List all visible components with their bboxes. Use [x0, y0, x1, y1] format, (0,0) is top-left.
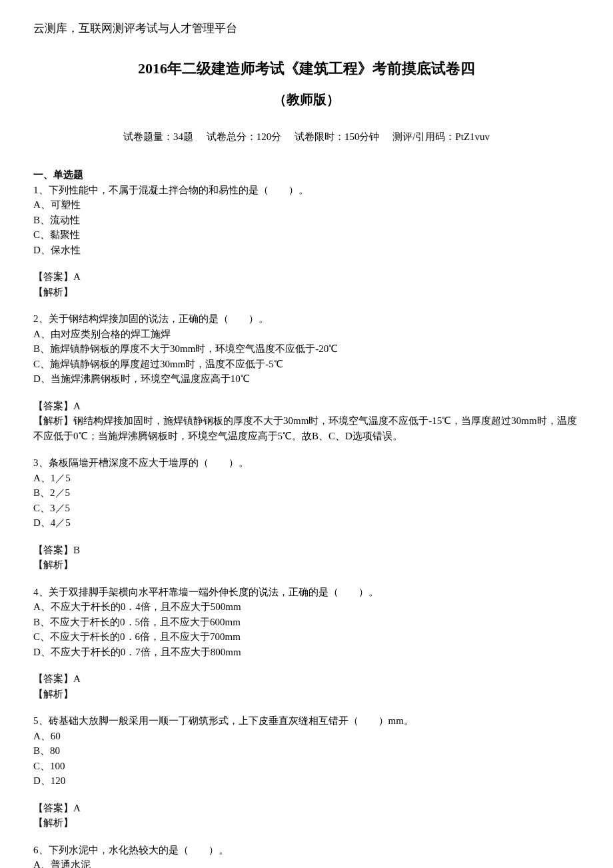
option-d: D、不应大于杆长的0．7倍，且不应大于800mm: [33, 645, 580, 660]
option-b: B、施焊镇静钢板的厚度不大于30mm时，环境空气温度不应低于-20℃: [33, 341, 580, 357]
answer-block: 【答案】B 【解析】: [33, 543, 580, 573]
option-a: A、由对应类别合格的焊工施焊: [33, 327, 580, 342]
option-c: C、不应大于杆长的0．6倍，且不应大于700mm: [33, 629, 580, 645]
answer-label: 【答案】: [33, 271, 73, 282]
option-b: B、80: [33, 743, 580, 759]
meta-score: 试卷总分：120分: [207, 131, 282, 142]
answer-label: 【答案】: [33, 803, 73, 813]
question-text: 4、关于双排脚手架横向水平杆靠墙一端外伸长度的说法，正确的是（ ）。: [33, 585, 580, 600]
question-text: 3、条板隔墙开槽深度不应大于墙厚的（ ）。: [33, 455, 580, 471]
answer-value: A: [73, 271, 81, 282]
exam-subtitle: （教师版）: [33, 89, 580, 109]
explain-label: 【解析】: [33, 817, 73, 828]
question-text: 5、砖基础大放脚一般采用一顺一丁砌筑形式，上下皮垂直灰缝相互错开（ ）mm。: [33, 713, 580, 729]
option-a: A、不应大于杆长的0．4倍，且不应大于500mm: [33, 599, 580, 615]
question-item: 5、砖基础大放脚一般采用一顺一丁砌筑形式，上下皮垂直灰缝相互错开（ ）mm。 A…: [33, 713, 580, 789]
question-text: 1、下列性能中，不属于混凝土拌合物的和易性的是（ ）。: [33, 183, 580, 198]
answer-block: 【答案】A 【解析】: [33, 269, 580, 299]
option-c: C、施焊镇静钢板的厚度超过30mm时，温度不应低于-5℃: [33, 357, 580, 372]
answer-value: A: [73, 401, 81, 411]
question-text: 2、关于钢结构焊接加固的说法，正确的是（ ）。: [33, 311, 580, 327]
question-item: 6、下列水泥中，水化热较大的是（ ）。 A、普通水泥 B、粉煤灰水泥 C、矿渣水…: [33, 843, 580, 869]
question-item: 1、下列性能中，不属于混凝土拌合物的和易性的是（ ）。 A、可塑性 B、流动性 …: [33, 183, 580, 258]
meta-time: 试卷限时：150分钟: [295, 131, 380, 142]
question-text: 6、下列水泥中，水化热较大的是（ ）。: [33, 843, 580, 858]
option-d: D、120: [33, 773, 580, 789]
section-title: 一、单选题: [33, 167, 580, 183]
explain-text: 钢结构焊接加固时，施焊镇静钢板的厚度不大于30mm时，环境空气温度不应低于-15…: [33, 415, 577, 441]
question-item: 3、条板隔墙开槽深度不应大于墙厚的（ ）。 A、1／5 B、2／5 C、3／5 …: [33, 455, 580, 531]
answer-value: A: [73, 803, 81, 813]
explain-label: 【解析】: [33, 287, 73, 297]
option-c: C、100: [33, 759, 580, 774]
option-b: B、流动性: [33, 213, 580, 228]
answer-value: B: [73, 545, 80, 555]
option-a: A、60: [33, 729, 580, 744]
answer-block: 【答案】A 【解析】钢结构焊接加固时，施焊镇静钢板的厚度不大于30mm时，环境空…: [33, 399, 580, 444]
option-b: B、2／5: [33, 485, 580, 501]
answer-value: A: [73, 673, 81, 684]
option-c: C、3／5: [33, 501, 580, 516]
exam-meta: 试卷题量：34题 试卷总分：120分 试卷限时：150分钟 测评/引用码：PtZ…: [33, 129, 580, 145]
answer-block: 【答案】A 【解析】: [33, 801, 580, 831]
option-a: A、普通水泥: [33, 857, 580, 868]
answer-block: 【答案】A 【解析】: [33, 671, 580, 701]
option-c: C、黏聚性: [33, 227, 580, 243]
option-a: A、可塑性: [33, 197, 580, 213]
site-header: 云测库，互联网测评考试与人才管理平台: [33, 20, 580, 37]
answer-label: 【答案】: [33, 545, 73, 555]
explain-label: 【解析】: [33, 415, 73, 426]
answer-label: 【答案】: [33, 673, 73, 684]
option-b: B、不应大于杆长的0．5倍，且不应大于600mm: [33, 615, 580, 630]
answer-label: 【答案】: [33, 401, 73, 411]
option-d: D、当施焊沸腾钢板时，环境空气温度应高于10℃: [33, 371, 580, 387]
option-d: D、4／5: [33, 515, 580, 531]
option-a: A、1／5: [33, 471, 580, 486]
explain-label: 【解析】: [33, 689, 73, 699]
question-item: 2、关于钢结构焊接加固的说法，正确的是（ ）。 A、由对应类别合格的焊工施焊 B…: [33, 311, 580, 387]
question-item: 4、关于双排脚手架横向水平杆靠墙一端外伸长度的说法，正确的是（ ）。 A、不应大…: [33, 585, 580, 660]
option-d: D、保水性: [33, 243, 580, 258]
exam-title: 2016年二级建造师考试《建筑工程》考前摸底试卷四: [33, 57, 580, 79]
explain-label: 【解析】: [33, 559, 73, 570]
meta-code: 测评/引用码：PtZ1vuv: [392, 131, 490, 142]
meta-count: 试卷题量：34题: [123, 131, 193, 142]
